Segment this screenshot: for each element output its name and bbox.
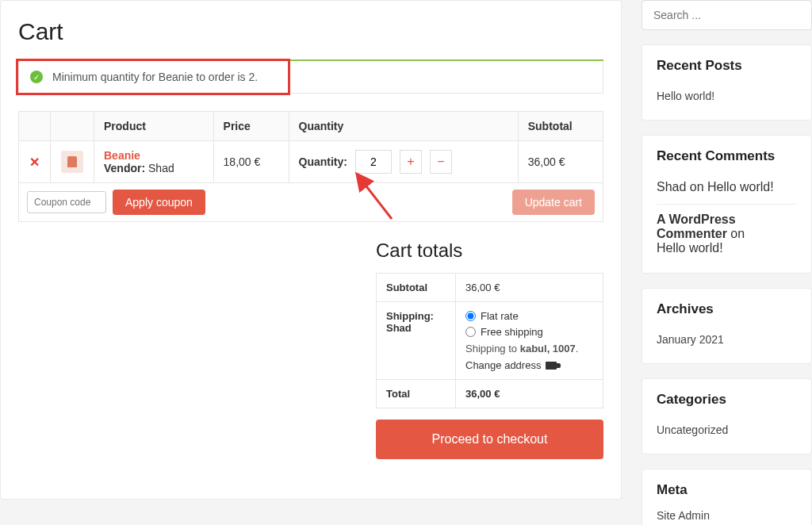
archive-link[interactable]: January 2021	[657, 328, 797, 351]
category-link[interactable]: Uncategorized	[657, 419, 797, 441]
widget-archives: Archives January 2021	[642, 288, 812, 364]
notice-banner: ✓ Minimum quantity for Beanie to order i…	[18, 61, 603, 94]
subtotal-value: 36,00 €	[456, 274, 603, 302]
cart-actions: Apply coupon Update cart	[18, 183, 603, 222]
flat-rate-label: Flat rate	[481, 310, 519, 322]
col-quantity: Quantity	[289, 112, 518, 141]
free-shipping-label: Free shipping	[481, 326, 543, 338]
apply-coupon-button[interactable]: Apply coupon	[113, 190, 205, 215]
recent-posts-title: Recent Posts	[657, 58, 797, 74]
update-cart-button[interactable]: Update cart	[512, 190, 595, 215]
total-value: 36,00 €	[456, 380, 603, 408]
quantity-increase-button[interactable]: +	[400, 150, 422, 174]
notice-text: Minimum quantity for Beanie to order is …	[52, 71, 258, 83]
col-price: Price	[213, 112, 289, 141]
recent-comments-title: Recent Comments	[657, 148, 797, 164]
cart-totals: Cart totals Subtotal 36,00 € Shipping: S…	[376, 240, 603, 459]
remove-item-button[interactable]: ✕	[29, 155, 40, 169]
product-name-link[interactable]: Beanie	[104, 149, 140, 162]
vendor-label: Vendor:	[104, 162, 145, 174]
widget-categories: Categories Uncategorized	[642, 378, 812, 454]
proceed-to-checkout-button[interactable]: Proceed to checkout	[376, 420, 603, 459]
widget-recent-posts: Recent Posts Hello world!	[642, 44, 812, 121]
shipping-options: Flat rate Free shipping Shipping to kabu…	[456, 302, 603, 380]
coupon-input[interactable]	[27, 191, 106, 213]
quantity-input[interactable]	[355, 150, 392, 174]
col-product: Product	[94, 112, 214, 141]
recent-comment-item[interactable]: A WordPress Commenter on Hello world!	[657, 204, 797, 260]
cart-table: Product Price Quantity Subtotal ✕ Beanie	[18, 111, 603, 183]
widget-recent-comments: Recent Comments Shad on Hello world! A W…	[642, 135, 812, 274]
truck-icon	[546, 362, 557, 370]
shipping-free-radio[interactable]	[465, 327, 476, 337]
widget-meta: Meta Site Admin Log out Entries feed Com…	[642, 469, 812, 525]
change-address-link[interactable]: Change address	[465, 359, 557, 371]
total-label: Total	[377, 380, 456, 408]
quantity-decrease-button[interactable]: −	[430, 150, 452, 174]
meta-title: Meta	[657, 482, 797, 498]
subtotal-label: Subtotal	[377, 274, 456, 302]
page-title: Cart	[18, 18, 603, 45]
categories-title: Categories	[657, 392, 797, 408]
bag-icon	[67, 156, 77, 167]
cart-totals-title: Cart totals	[376, 240, 603, 262]
col-thumb	[51, 112, 94, 141]
search-input[interactable]	[642, 0, 812, 30]
price-cell: 18,00 €	[213, 141, 289, 183]
recent-comment-item[interactable]: Shad on Hello world!	[657, 175, 797, 199]
subtotal-cell: 36,00 €	[518, 141, 603, 183]
meta-link-site-admin[interactable]: Site Admin	[642, 509, 811, 525]
check-icon: ✓	[30, 71, 43, 83]
cart-row: ✕ Beanie Vendor: Shad 18,00 € Quant	[19, 141, 603, 183]
col-remove	[19, 112, 51, 141]
shipping-label: Shipping: Shad	[377, 302, 456, 380]
cart-card: Cart ✓ Minimum quantity for Beanie to or…	[0, 0, 622, 500]
product-thumbnail[interactable]	[61, 151, 83, 173]
quantity-cell: Quantity: + −	[299, 150, 508, 174]
shipping-destination: Shipping to kabul, 1007.	[465, 343, 593, 354]
col-subtotal: Subtotal	[518, 112, 603, 141]
recent-post-link[interactable]: Hello world!	[657, 85, 797, 107]
shipping-flat-rate-radio[interactable]	[465, 311, 476, 321]
vendor-name: Shad	[148, 162, 174, 174]
quantity-label: Quantity:	[299, 155, 347, 168]
product-cell: Beanie Vendor: Shad	[94, 141, 214, 183]
archives-title: Archives	[657, 301, 797, 317]
sidebar: Recent Posts Hello world! Recent Comment…	[642, 0, 812, 525]
